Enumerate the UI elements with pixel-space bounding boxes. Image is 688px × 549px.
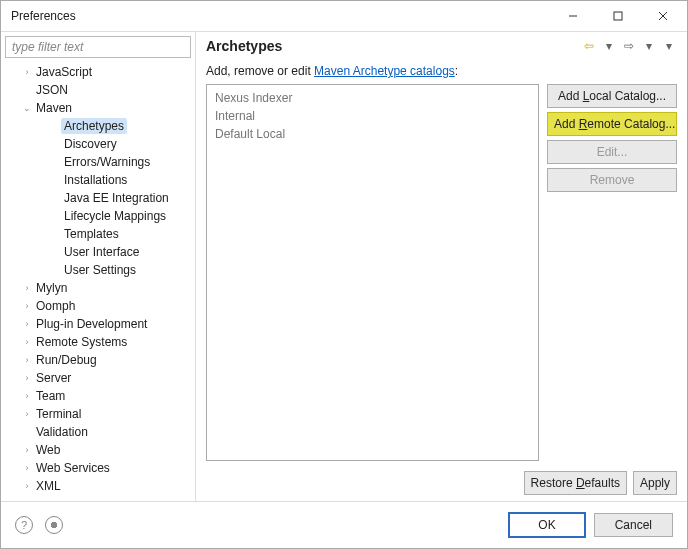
tree-node[interactable]: User Settings: [1, 261, 195, 279]
forward-menu-icon[interactable]: ▾: [641, 39, 657, 53]
tree-node-label: XML: [33, 478, 64, 494]
tree-node[interactable]: Discovery: [1, 135, 195, 153]
chevron-right-icon: ›: [21, 283, 33, 293]
list-item[interactable]: Internal: [215, 107, 530, 125]
add-local-catalog-button[interactable]: Add Local Catalog...: [547, 84, 677, 108]
add-remote-catalog-button[interactable]: Add Remote Catalog...: [547, 112, 677, 136]
tree-node-label: Team: [33, 388, 68, 404]
tree-node[interactable]: Errors/Warnings: [1, 153, 195, 171]
chevron-right-icon: ›: [21, 373, 33, 383]
tree-node-label: Remote Systems: [33, 334, 130, 350]
tree-node-label: Lifecycle Mappings: [61, 208, 169, 224]
close-button[interactable]: [640, 2, 685, 30]
tree-node[interactable]: ›Web Services: [1, 459, 195, 477]
edit-button[interactable]: Edit...: [547, 140, 677, 164]
list-item[interactable]: Default Local: [215, 125, 530, 143]
tree-node-label: Discovery: [61, 136, 120, 152]
chevron-right-icon: ›: [21, 463, 33, 473]
tree-node[interactable]: JSON: [1, 81, 195, 99]
help-icon[interactable]: ?: [15, 516, 33, 534]
tree-node[interactable]: ›Remote Systems: [1, 333, 195, 351]
tree-node-label: Web: [33, 442, 63, 458]
chevron-right-icon: ›: [21, 481, 33, 491]
tree-node-label: Archetypes: [61, 118, 127, 134]
instr-prefix: Add, remove or edit: [206, 64, 314, 78]
back-menu-icon[interactable]: ▾: [601, 39, 617, 53]
tree-node[interactable]: Java EE Integration: [1, 189, 195, 207]
ok-button[interactable]: OK: [508, 512, 585, 538]
right-panel: Archetypes ⇦ ▾ ⇨ ▾ ▾ Add, remove or edit…: [196, 32, 687, 501]
instr-suffix: :: [455, 64, 458, 78]
tree-node-label: Maven: [33, 100, 75, 116]
content-row: Nexus IndexerInternalDefault Local Add L…: [206, 84, 677, 461]
chevron-right-icon: ›: [21, 355, 33, 365]
forward-icon[interactable]: ⇨: [621, 39, 637, 53]
tree-node[interactable]: ›Plug-in Development: [1, 315, 195, 333]
left-panel: type filter text ›JavaScriptJSON⌄MavenAr…: [1, 32, 196, 501]
tree-node-label: Run/Debug: [33, 352, 100, 368]
chevron-right-icon: ›: [21, 319, 33, 329]
tree-node[interactable]: Installations: [1, 171, 195, 189]
tree-node-label: Installations: [61, 172, 130, 188]
preferences-window: Preferences type filter text ›JavaScript…: [0, 0, 688, 549]
titlebar: Preferences: [1, 1, 687, 31]
tree-node-label: User Interface: [61, 244, 142, 260]
tree-node-label: Plug-in Development: [33, 316, 150, 332]
tree-node[interactable]: ›JavaScript: [1, 63, 195, 81]
catalog-list[interactable]: Nexus IndexerInternalDefault Local: [206, 84, 539, 461]
page-title: Archetypes: [206, 38, 577, 54]
chevron-right-icon: ›: [21, 409, 33, 419]
tree-node[interactable]: Archetypes: [1, 117, 195, 135]
list-item[interactable]: Nexus Indexer: [215, 89, 530, 107]
chevron-right-icon: ›: [21, 445, 33, 455]
back-icon[interactable]: ⇦: [581, 39, 597, 53]
tree-node-label: JSON: [33, 82, 71, 98]
tree-node[interactable]: ›Terminal: [1, 405, 195, 423]
preference-tree[interactable]: ›JavaScriptJSON⌄MavenArchetypesDiscovery…: [1, 60, 195, 501]
chevron-down-icon: ⌄: [21, 103, 33, 113]
inner-button-row: Restore Defaults Apply: [206, 471, 677, 495]
tree-node[interactable]: ›Team: [1, 387, 195, 405]
oomph-record-icon[interactable]: [45, 516, 63, 534]
footer-icons: ?: [15, 516, 63, 534]
view-menu-icon[interactable]: ▾: [661, 39, 677, 53]
instruction-text: Add, remove or edit Maven Archetype cata…: [206, 64, 677, 78]
tree-node[interactable]: ›XML: [1, 477, 195, 495]
tree-node[interactable]: ›Web: [1, 441, 195, 459]
tree-node-label: Server: [33, 370, 74, 386]
tree-node-label: Validation: [33, 424, 91, 440]
tree-node-label: User Settings: [61, 262, 139, 278]
tree-node-label: Oomph: [33, 298, 78, 314]
tree-node-label: Web Services: [33, 460, 113, 476]
tree-node[interactable]: Validation: [1, 423, 195, 441]
chevron-right-icon: ›: [21, 67, 33, 77]
tree-node[interactable]: ⌄Maven: [1, 99, 195, 117]
footer: ? OK Cancel: [1, 502, 687, 548]
tree-node-label: Java EE Integration: [61, 190, 172, 206]
cancel-button[interactable]: Cancel: [594, 513, 673, 537]
side-buttons: Add Local Catalog... Add Remote Catalog.…: [547, 84, 677, 461]
minimize-button[interactable]: [550, 2, 595, 30]
heading-row: Archetypes ⇦ ▾ ⇨ ▾ ▾: [206, 38, 677, 54]
window-title: Preferences: [11, 9, 76, 23]
tree-node[interactable]: ›Oomph: [1, 297, 195, 315]
tree-node-label: Errors/Warnings: [61, 154, 153, 170]
tree-node[interactable]: ›Run/Debug: [1, 351, 195, 369]
tree-node[interactable]: ›Mylyn: [1, 279, 195, 297]
tree-node[interactable]: ›Server: [1, 369, 195, 387]
apply-button[interactable]: Apply: [633, 471, 677, 495]
restore-defaults-button[interactable]: Restore Defaults: [524, 471, 627, 495]
tree-node[interactable]: Lifecycle Mappings: [1, 207, 195, 225]
tree-node-label: Mylyn: [33, 280, 70, 296]
chevron-right-icon: ›: [21, 301, 33, 311]
remove-button[interactable]: Remove: [547, 168, 677, 192]
tree-node-label: Templates: [61, 226, 122, 242]
filter-input[interactable]: type filter text: [5, 36, 191, 58]
chevron-right-icon: ›: [21, 391, 33, 401]
chevron-right-icon: ›: [21, 337, 33, 347]
maximize-button[interactable]: [595, 2, 640, 30]
catalogs-link[interactable]: Maven Archetype catalogs: [314, 64, 455, 78]
tree-node[interactable]: Templates: [1, 225, 195, 243]
tree-node[interactable]: User Interface: [1, 243, 195, 261]
main-area: type filter text ›JavaScriptJSON⌄MavenAr…: [1, 31, 687, 502]
